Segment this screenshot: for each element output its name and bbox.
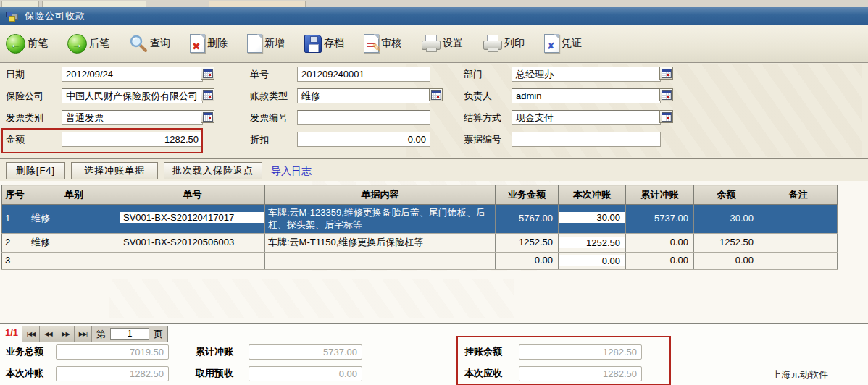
cell-current-edit[interactable]: 1252.50 [559,237,625,248]
lookup-grid-icon [431,90,441,100]
page-title: 保险公司收款 [25,9,85,22]
cell-cumulative: 5737.00 [626,211,693,227]
cell-type: 维修 [28,211,120,227]
select-offset-docs-button[interactable]: 选择冲账单据 [71,162,158,179]
cell-amount: 5767.00 [496,211,558,227]
search-button[interactable]: 查询 [129,34,170,53]
voucher-button[interactable]: ✘ 凭证 [544,34,582,53]
doc-no-field[interactable]: 201209240001 [297,67,430,82]
cutoff-tab [42,1,146,7]
date-lookup-button[interactable] [201,67,214,80]
manager-field[interactable]: admin [512,88,661,103]
discount-field[interactable]: 0.00 [297,132,430,147]
batch-load-rebate-button[interactable]: 批次载入保险返点 [164,162,262,179]
calendar-icon [203,69,213,78]
settings-button[interactable]: 设置 [421,35,463,52]
save-button[interactable]: 存档 [304,35,344,53]
manager-label: 负责人 [464,88,492,103]
cell-amount: 0.00 [496,253,558,268]
amount-field[interactable]: 1282.50 [62,132,203,147]
cell-cumulative: 0.00 [626,235,693,250]
outstanding-label: 挂账余额 [464,344,502,359]
cell-balance: 0.00 [694,253,759,268]
account-type-field[interactable]: 维修 [297,88,430,103]
delete-button[interactable]: ✖ 删除 [190,34,228,53]
page-prefix-label: 第 [92,328,110,341]
discount-label: 折扣 [250,132,269,147]
invoice-no-field[interactable] [297,110,430,125]
insurer-field[interactable]: 中国人民财产保险股份有限公司 [62,88,203,103]
keyboard-watermark [109,279,514,318]
current-offset-field: 1282.50 [56,366,169,381]
next-page-button[interactable]: ▶▶ [57,326,75,342]
current-offset-label: 本次冲账 [6,366,43,381]
arrow-right-icon: → [67,34,87,54]
search-icon [129,34,148,53]
printer-settings-icon [421,35,441,52]
col-amount[interactable]: 业务金额 [496,185,559,205]
invoice-no-label: 发票编号 [250,110,288,125]
invoice-type-field[interactable]: 普通发票 [62,110,203,125]
print-button[interactable]: 列印 [483,35,525,52]
next-record-button[interactable]: → 后笔 [67,34,109,54]
lookup-grid-icon [203,112,213,122]
prev-page-button[interactable]: ◀◀ [40,326,57,342]
col-current[interactable]: 本次冲账 [559,185,626,205]
cutoff-tab [1,1,39,7]
col-type[interactable]: 单别 [28,185,120,205]
table-row-selected[interactable]: 1 维修 SV001-BX-S20120417017 车牌:云M-123359,… [2,205,838,234]
cell-amount: 1252.50 [496,235,558,250]
prev-record-button[interactable]: ← 前笔 [6,34,48,54]
cell-seq: 2 [2,235,28,250]
doc-no-label: 单号 [250,67,269,82]
last-page-button[interactable]: ▶▶| [75,326,92,342]
cell-current-edit[interactable]: 30.00 [559,212,625,223]
manager-lookup-button[interactable] [659,88,673,101]
cell-balance: 1252.50 [694,235,759,250]
cell-content: 车牌:云M-T1150,维修更换后保险杠等 [265,235,495,250]
first-page-button[interactable]: |◀◀ [22,326,40,342]
col-balance[interactable]: 余额 [694,185,759,205]
app-blocks-icon [6,11,17,21]
table-row[interactable]: 3 0.00 0.00 0.00 0.00 [2,253,838,270]
col-remark[interactable]: 备注 [759,185,838,205]
page-suffix-label: 页 [149,328,167,341]
main-toolbar: ← 前笔 → 后笔 查询 ✖ 删除 新增 存档 ✎ 审核 设置 列 [0,25,868,63]
vendor-brand: 上海元动软件 [772,368,828,381]
department-field[interactable]: 总经理办 [512,67,661,82]
settlement-lookup-button[interactable] [659,110,673,123]
cell-current-edit[interactable]: 0.00 [559,255,625,266]
date-field[interactable]: 2012/09/24 [62,67,203,82]
account-type-lookup-button[interactable] [429,88,443,101]
new-button[interactable]: 新增 [247,34,285,53]
total-offset-field: 5737.00 [249,344,362,360]
insurer-lookup-button[interactable] [201,88,214,101]
col-number[interactable]: 单号 [120,185,265,205]
bill-no-field[interactable] [512,132,661,147]
cell-type: 维修 [28,235,120,250]
table-row[interactable]: 2 维修 SV001-BX-S20120506003 车牌:云M-T1150,维… [2,234,838,253]
current-due-label: 本次应收 [464,366,502,381]
table-header-row: 序号 单别 单号 单据内容 业务金额 本次冲账 累计冲账 余额 备注 [2,185,838,205]
delete-f4-button[interactable]: 删除[F4] [6,162,65,179]
cell-seq: 1 [2,211,28,227]
import-log-link[interactable]: 导入日志 [271,165,312,178]
audit-button[interactable]: ✎ 审核 [364,34,401,53]
cell-content [265,260,495,263]
department-label: 部门 [464,67,483,82]
col-seq[interactable]: 序号 [2,185,28,205]
col-cumulative[interactable]: 累计冲账 [626,185,694,205]
floppy-disk-icon [304,35,322,53]
offset-documents-table: 序号 单别 单号 单据内容 业务金额 本次冲账 累计冲账 余额 备注 1 维修 … [1,185,838,270]
settlement-field[interactable]: 现金支付 [512,110,661,125]
cell-type [28,260,120,263]
col-content[interactable]: 单据内容 [265,185,496,205]
printer-icon [483,35,502,52]
cell-content: 车牌:云M-123359,维修更换备胎后盖、尾门饰板、后杠、探头架、后字标等 [265,206,495,233]
cell-number-edit[interactable]: SV001-BX-S20120417017 [120,212,264,223]
summary-panel: 1/1 |◀◀ ◀◀ ▶▶ ▶▶| 第 1 页 业务总额 7019.50 累计冲… [0,323,868,385]
invoice-type-lookup-button[interactable] [201,110,214,123]
lookup-grid-icon [662,69,672,78]
department-lookup-button[interactable] [659,67,673,80]
page-number-input[interactable]: 1 [110,328,149,340]
